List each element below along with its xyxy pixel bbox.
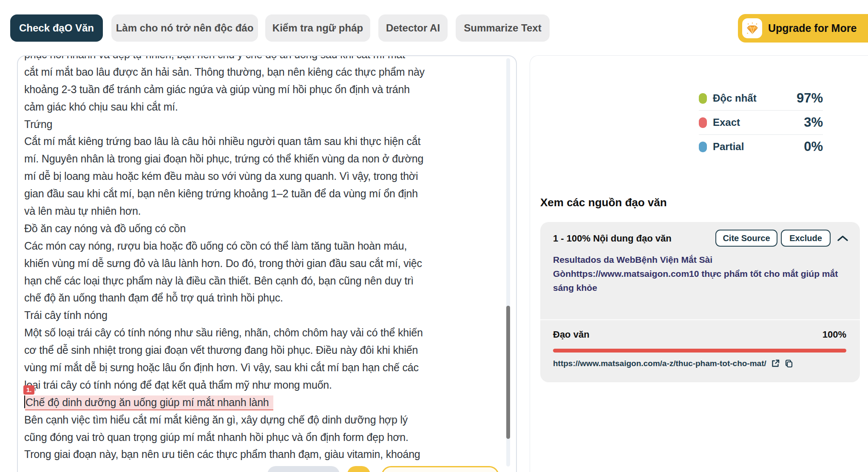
upgrade-label: Upgrade for More	[768, 22, 857, 34]
stat-value: 97%	[797, 91, 823, 106]
plagiarism-checker-app: Check đạO Văn Làm cho nó trở nên độc đáo…	[0, 0, 868, 472]
check-button-partial[interactable]	[381, 466, 499, 472]
source-url-link[interactable]: https://www.matsaigon.com/a-z/thuc-pham-…	[553, 359, 766, 368]
editor-scrollbar[interactable]	[506, 58, 510, 466]
text-line: Trứng	[24, 116, 491, 133]
text-line: khiến vùng mí dễ sưng đỏ và lâu lành hơn…	[24, 255, 491, 272]
plagiarism-progress-bar	[553, 349, 846, 353]
source-description: Resultados da WebBệnh Viện Mắt Sài Gònht…	[553, 253, 840, 295]
highlighted-sentence: 1.Chế độ dinh dưỡng ăn uống giúp mí mắt …	[24, 394, 491, 411]
sources-heading: Xem các nguồn đạo văn	[540, 196, 667, 209]
chevron-up-icon[interactable]	[837, 235, 848, 244]
match-number-badge[interactable]: 1.	[23, 385, 34, 395]
stat-label: Exact	[713, 117, 740, 128]
text-line: Các món cay nóng, rượu bia hoặc đồ uống …	[24, 237, 491, 255]
stat-label: Partial	[713, 141, 744, 153]
results-panel: Độc nhất 97% Exact 3% Partial 0% Xem các…	[530, 55, 868, 472]
text-line: Trái cây tính nóng	[24, 307, 491, 324]
stat-row-unique: Độc nhất 97%	[699, 86, 823, 110]
text-line: cũng đóng vai trò quan trọng giúp mí mắt…	[24, 429, 491, 446]
text-line: khoảng 2-3 tuần để tránh cảm giác ngứa v…	[24, 81, 491, 98]
text-line: Cắt mí mắt kiêng trứng bao lâu là câu hỏ…	[24, 133, 491, 150]
text-line: Trong giai đoạn này, bạn nên ưu tiên các…	[24, 446, 491, 463]
text-line: Bên cạnh việc tìm hiểu cắt mí mắt kiêng …	[24, 411, 491, 429]
exclude-button[interactable]: Exclude	[781, 230, 831, 247]
tab-check-plagiarism[interactable]: Check đạO Văn	[10, 14, 103, 42]
tab-summarize-text[interactable]: Summarize Text	[456, 14, 550, 42]
tab-detector-ai[interactable]: Detector AI	[378, 14, 448, 42]
partial-dot-icon	[699, 142, 707, 152]
stat-value: 3%	[804, 115, 823, 130]
copy-icon[interactable]	[784, 359, 794, 368]
upgrade-button[interactable]: Upgrade for More	[738, 14, 868, 43]
tab-make-it-unique[interactable]: Làm cho nó trở nên độc đáo	[111, 14, 258, 42]
text-line: Một số loại trái cây có tính nóng như sầ…	[24, 324, 491, 341]
external-link-icon[interactable]	[771, 359, 780, 368]
editor-scrollbar-thumb[interactable]	[506, 306, 510, 439]
stat-value: 0%	[804, 139, 823, 154]
text-line: mí. Nguyên nhân là trong giai đoạn hồi p…	[24, 150, 491, 168]
document-editor[interactable]: phục hồi nhanh và đẹp tự nhiên, bạn nên …	[17, 55, 517, 472]
divider	[540, 319, 860, 320]
document-text: phục hồi nhanh và đẹp tự nhiên, bạn nên …	[24, 56, 491, 463]
stat-label: Độc nhất	[713, 92, 757, 104]
source-card: 1 - 100% Nội dung đạo văn Cite Source Ex…	[540, 222, 860, 382]
stat-row-exact: Exact 3%	[699, 111, 823, 134]
text-line: cảm giác khó chịu sau khi cắt mí.	[24, 98, 491, 116]
text-line: phục hồi nhanh và đẹp tự nhiên, bạn nên …	[24, 55, 491, 63]
text-line: mí dễ bị loang màu hoặc kém đều màu so v…	[24, 168, 491, 185]
text-line: Đồ ăn cay nóng và đồ uống có cồn	[24, 220, 491, 237]
text-line: chế độ ăn uống thanh đạm để hỗ trợ quá t…	[24, 289, 491, 307]
text-line: gian đầu sau khi cắt mí, bạn nên kiêng t…	[24, 185, 491, 202]
plagiarism-stats: Độc nhất 97% Exact 3% Partial 0%	[699, 86, 823, 159]
source-url-row: https://www.matsaigon.com/a-z/thuc-pham-…	[553, 359, 794, 368]
unique-dot-icon	[699, 93, 707, 104]
plagiarism-label: Đạo văn	[553, 329, 590, 340]
plagiarism-percentage: 100%	[823, 329, 846, 340]
text-line: vùng mí mắt dễ bị sưng hoặc lâu ổn định …	[24, 359, 491, 376]
stat-row-partial: Partial 0%	[699, 135, 823, 159]
text-line: loại trái cây có tính nóng để đạt kết qu…	[24, 376, 491, 394]
gem-icon	[742, 18, 762, 38]
exact-dot-icon	[699, 117, 707, 128]
text-line: và lên màu tự nhiên hơn.	[24, 202, 491, 220]
source-title: 1 - 100% Nội dung đạo văn	[553, 233, 672, 244]
text-line: hạn chế các loại thực phẩm này là điều c…	[24, 272, 491, 290]
tab-grammar-check[interactable]: Kiểm tra ngữ pháp	[265, 14, 370, 42]
text-line: cơ thể dễ sinh nhiệt trong giai đoạn vết…	[24, 341, 491, 359]
text-line: cắt mí mắt bao lâu được ăn hải sản. Thôn…	[24, 63, 491, 81]
cite-source-button[interactable]: Cite Source	[715, 230, 777, 247]
clear-button-partial[interactable]	[267, 466, 340, 472]
